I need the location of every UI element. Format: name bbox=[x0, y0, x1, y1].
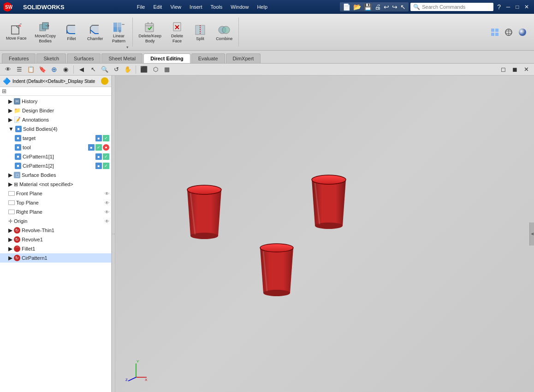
close-panel-button[interactable]: ✕ bbox=[521, 64, 531, 75]
tree-item-solid-bodies[interactable]: ▼ ■ Solid Bodies(4) bbox=[0, 124, 111, 134]
cirpattern1-2-check-icon[interactable]: ✓ bbox=[103, 163, 109, 169]
zoom-button[interactable]: 🔍 bbox=[100, 64, 110, 75]
tree-item-tool[interactable]: ■ tool ■ ✓ ● bbox=[0, 143, 111, 152]
delete-keep-button[interactable]: Delete/KeepBody bbox=[135, 14, 166, 50]
help-icon[interactable]: ? bbox=[495, 3, 503, 11]
tree-item-target[interactable]: ■ target ■ ✓ bbox=[0, 134, 111, 143]
cursor-select-button[interactable]: ↖ bbox=[88, 64, 98, 75]
print-icon[interactable]: 🖨 bbox=[374, 3, 381, 11]
back-button[interactable]: ◀ bbox=[77, 64, 87, 75]
menu-insert[interactable]: Insert bbox=[186, 3, 206, 11]
cirpattern1-1-icon: ■ bbox=[15, 153, 21, 160]
move-face-label: Move Face bbox=[6, 36, 27, 41]
tool-cube-icon[interactable]: ■ bbox=[88, 144, 95, 151]
open-icon[interactable]: 📂 bbox=[353, 3, 361, 11]
target-check-icon[interactable]: ✓ bbox=[103, 135, 109, 141]
fillet-button[interactable]: Fillet bbox=[60, 14, 83, 50]
search-input[interactable] bbox=[422, 4, 487, 10]
tree-item-cirpattern1-2[interactable]: ■ CirPattern1[2] ■ ✓ bbox=[0, 161, 111, 170]
menu-window[interactable]: Window bbox=[227, 3, 252, 11]
tree-item-annotations[interactable]: ▶ 📝 Annotations bbox=[0, 115, 111, 124]
new-icon[interactable]: 📄 bbox=[343, 3, 350, 11]
appearances-button[interactable] bbox=[516, 26, 528, 38]
tree-item-revolve1[interactable]: ▶ ↻ Revolve1 bbox=[0, 235, 111, 244]
tab-sheet-metal[interactable]: Sheet Metal bbox=[101, 53, 142, 63]
menu-view[interactable]: View bbox=[166, 3, 185, 11]
ft-separator-1 bbox=[73, 65, 74, 74]
tree-item-front-plane[interactable]: Front Plane 👁 bbox=[0, 189, 111, 198]
cup-3-svg bbox=[256, 236, 297, 298]
tree-item-history[interactable]: ▶ H History bbox=[0, 97, 111, 106]
undo-icon[interactable]: ↩ bbox=[384, 3, 389, 11]
svg-rect-9 bbox=[113, 27, 117, 32]
tree-item-revolve-thin1[interactable]: ▶ ↻ Revolve-Thin1 bbox=[0, 226, 111, 235]
tool-red-icon[interactable]: ● bbox=[103, 144, 109, 151]
sidebar: 🔷 Indent (Default<<Default>_Display Stat… bbox=[0, 76, 112, 392]
tree-item-right-plane[interactable]: Right Plane 👁 bbox=[0, 207, 111, 216]
menu-tools[interactable]: Tools bbox=[207, 3, 226, 11]
split-button[interactable]: Split bbox=[189, 14, 212, 50]
menu-file[interactable]: File bbox=[133, 3, 149, 11]
cirpattern1-2-cube-icon[interactable]: ■ bbox=[95, 163, 102, 169]
tree-item-design-binder[interactable]: ▶ 📁 Design Binder bbox=[0, 106, 111, 115]
tab-evaluate[interactable]: Evaluate bbox=[191, 53, 225, 63]
tab-direct-editing[interactable]: Direct Editing bbox=[143, 53, 190, 63]
shaded-button[interactable]: ⬛ bbox=[139, 64, 149, 75]
expand-button[interactable]: ◻ bbox=[498, 64, 508, 75]
rotate-view-button[interactable] bbox=[503, 26, 515, 38]
property-manager-button[interactable]: 📋 bbox=[26, 64, 36, 75]
tool-check-icon[interactable]: ✓ bbox=[95, 144, 102, 151]
delete-face-button[interactable]: DeleteFace bbox=[166, 14, 189, 50]
tree-item-cirpattern1-1[interactable]: ■ CirPattern1[1] ■ ✓ bbox=[0, 152, 111, 161]
pan-button[interactable]: ✋ bbox=[123, 64, 133, 75]
toolbar-separator-1 bbox=[132, 18, 133, 47]
menu-help[interactable]: Help bbox=[253, 3, 271, 11]
move-face-button[interactable]: Move Face bbox=[2, 14, 31, 50]
linear-pattern-button[interactable]: LinearPattern ▼ bbox=[107, 14, 131, 50]
target-cube-icon[interactable]: ■ bbox=[95, 135, 102, 141]
right-panel-handle[interactable]: ◀ bbox=[529, 222, 534, 246]
move-copy-button[interactable]: Move/CopyBodies bbox=[31, 14, 60, 50]
wireframe-button[interactable]: ⬡ bbox=[150, 64, 160, 75]
view-modes-button[interactable] bbox=[489, 26, 501, 38]
tab-sketch[interactable]: Sketch bbox=[36, 53, 66, 63]
tree-item-origin[interactable]: ✛ Origin 👁 bbox=[0, 216, 111, 226]
view-selector-button[interactable]: 👁 bbox=[3, 64, 13, 75]
menu-edit[interactable]: Edit bbox=[149, 3, 166, 11]
collapse-button[interactable]: ◼ bbox=[510, 64, 520, 75]
section-view-button[interactable]: ▦ bbox=[162, 64, 172, 75]
feature-manager-button[interactable]: ☰ bbox=[14, 64, 24, 75]
cirpattern1-1-check-icon[interactable]: ✓ bbox=[103, 153, 109, 160]
save-icon[interactable]: 💾 bbox=[364, 3, 372, 11]
configuration-manager-button[interactable]: 🔖 bbox=[37, 64, 47, 75]
tree-item-surface-bodies[interactable]: ▶ ◻ Surface Bodies bbox=[0, 170, 111, 180]
tree-item-material[interactable]: ▶ ⊞ Material <not specified> bbox=[0, 180, 111, 189]
main-toolbar: Move Face Move/CopyBodies Fillet bbox=[0, 14, 534, 51]
tree-item-fillet1[interactable]: ▶ ⌒ Fillet1 bbox=[0, 244, 111, 253]
cirpattern1-1-label: CirPattern1[1] bbox=[23, 154, 95, 159]
cursor-icon[interactable]: ↖ bbox=[400, 3, 406, 11]
minimize-button[interactable]: ─ bbox=[504, 3, 512, 11]
chamfer-button[interactable]: Chamfer bbox=[83, 14, 107, 50]
sidebar-resize-handle[interactable]: ⋮ bbox=[112, 76, 115, 392]
appearance-manager-button[interactable]: ◉ bbox=[60, 64, 71, 75]
3d-viewport[interactable]: Y X Z ◀ bbox=[115, 76, 534, 392]
top-plane-hide-icon: 👁 bbox=[105, 200, 109, 205]
rotate-button[interactable]: ↺ bbox=[111, 64, 121, 75]
tree-item-cirpattern1[interactable]: ▶ ↻ CirPattern1 bbox=[0, 253, 111, 263]
fillet-icon bbox=[65, 23, 78, 36]
redo-icon[interactable]: ↪ bbox=[392, 3, 398, 11]
add-icon-button[interactable]: ⊕ bbox=[49, 64, 59, 75]
display-state-indicator bbox=[101, 77, 108, 85]
tree-item-top-plane[interactable]: Top Plane 👁 bbox=[0, 198, 111, 207]
tab-dimxpert[interactable]: DimXpert bbox=[226, 53, 261, 63]
tab-surfaces[interactable]: Surfaces bbox=[67, 53, 101, 63]
cirpattern1-1-cube-icon[interactable]: ■ bbox=[95, 153, 102, 160]
maximize-button[interactable]: □ bbox=[514, 3, 521, 11]
svg-rect-28 bbox=[491, 33, 494, 36]
search-box[interactable]: 🔍 bbox=[410, 3, 493, 11]
close-button[interactable]: ✕ bbox=[523, 3, 530, 11]
tab-features[interactable]: Features bbox=[2, 53, 36, 63]
combine-button[interactable]: Combine bbox=[212, 14, 237, 50]
annotations-expand-icon: ▶ bbox=[8, 117, 12, 123]
